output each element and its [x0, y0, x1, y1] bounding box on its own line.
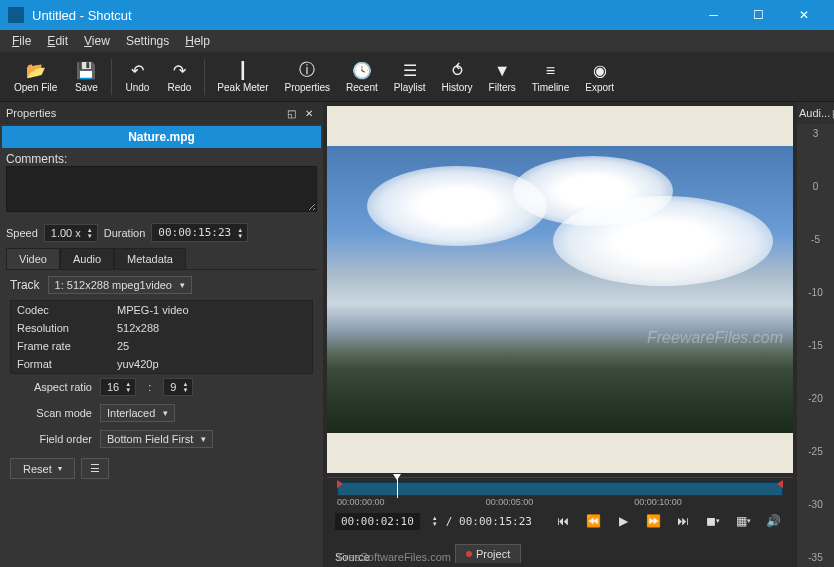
- zoom-button[interactable]: ◼▾: [701, 509, 725, 533]
- in-point-marker[interactable]: [337, 480, 343, 488]
- current-time[interactable]: 00:00:02:10: [335, 513, 420, 530]
- speed-label: Speed: [6, 227, 38, 239]
- list-icon: ☰: [403, 61, 417, 81]
- tab-audio[interactable]: Audio: [60, 248, 114, 269]
- properties-button[interactable]: ⓘProperties: [279, 59, 337, 95]
- undo-icon: ↶: [131, 61, 144, 81]
- video-frame: FreewareFiles.com: [327, 146, 793, 432]
- toolbar: 📂Open File 💾Save ↶Undo ↷Redo ┃Peak Meter…: [0, 52, 834, 102]
- field-order-select[interactable]: Bottom Field First: [100, 430, 213, 448]
- playlist-button[interactable]: ☰Playlist: [388, 59, 432, 95]
- open-file-button[interactable]: 📂Open File: [8, 59, 63, 95]
- undo-button[interactable]: ↶Undo: [118, 59, 156, 95]
- speed-value: 1.00 x: [51, 227, 81, 239]
- menu-file[interactable]: File: [4, 32, 39, 50]
- minimize-button[interactable]: ─: [691, 0, 736, 30]
- grid-button[interactable]: ▦▾: [731, 509, 755, 533]
- scan-mode-select[interactable]: Interlaced: [100, 404, 175, 422]
- zoom-icon: ◼: [706, 514, 716, 528]
- codec-value: MPEG-1 video: [117, 304, 306, 316]
- window-title: Untitled - Shotcut: [32, 8, 691, 23]
- rewind-button[interactable]: ⏪: [581, 509, 605, 533]
- titlebar: Untitled - Shotcut ─ ☐ ✕: [0, 0, 834, 30]
- audio-panel-title: Audi...: [799, 107, 830, 119]
- recent-button[interactable]: 🕓Recent: [340, 59, 384, 95]
- timeline-button[interactable]: ≡Timeline: [526, 59, 575, 95]
- play-button[interactable]: ▶: [611, 509, 635, 533]
- panel-float-button[interactable]: ◱: [283, 105, 299, 121]
- tab-metadata[interactable]: Metadata: [114, 248, 186, 269]
- video-info-table: CodecMPEG-1 video Resolution512x288 Fram…: [10, 300, 313, 374]
- menubar: File Edit View Settings Help: [0, 30, 834, 52]
- peak-meter-icon: ┃: [238, 61, 248, 81]
- center-area: FreewareFiles.com 00:00:00:00 00:00:05:0…: [323, 102, 834, 567]
- time-spinner[interactable]: ▲▼: [430, 515, 440, 527]
- chevron-down-icon: ▾: [716, 517, 720, 525]
- timeline-ruler[interactable]: 00:00:00:00 00:00:05:00 00:00:10:00: [327, 477, 793, 507]
- audio-peak-panel: Audi... ◱ ✕ 3 0 -5 -10 -15 -20 -25 -30 -…: [797, 102, 834, 567]
- track-select[interactable]: 1: 512x288 mpeg1video: [48, 276, 192, 294]
- player-panel: FreewareFiles.com 00:00:00:00 00:00:05:0…: [323, 102, 797, 567]
- menu-file-label: ile: [19, 34, 31, 48]
- filters-button[interactable]: ▼Filters: [483, 59, 522, 95]
- tab-video[interactable]: Video: [6, 248, 60, 269]
- fast-forward-icon: ⏩: [646, 514, 661, 528]
- chevron-down-icon: ▾: [747, 517, 751, 525]
- speed-input[interactable]: 1.00 x ▲▼: [44, 224, 98, 242]
- scan-mode-label: Scan mode: [10, 407, 92, 419]
- menu-button[interactable]: ☰: [81, 458, 109, 479]
- menu-view[interactable]: View: [76, 32, 118, 50]
- properties-panel-header: Properties ◱ ✕: [0, 102, 323, 124]
- watermark-2: FreeSoftwareFiles.com: [338, 551, 451, 563]
- aspect-w-input[interactable]: 16▲▼: [100, 378, 136, 396]
- info-icon: ⓘ: [299, 61, 315, 81]
- save-button[interactable]: 💾Save: [67, 59, 105, 95]
- duration-value: 00:00:15:23: [158, 226, 231, 239]
- audio-scale: 3 0 -5 -10 -15 -20 -25 -30 -35: [797, 124, 834, 567]
- timeline-icon: ≡: [546, 61, 555, 81]
- skip-previous-button[interactable]: ⏮: [551, 509, 575, 533]
- menu-edit[interactable]: Edit: [39, 32, 76, 50]
- history-icon: ⥀: [452, 61, 463, 81]
- reset-button[interactable]: Reset: [10, 458, 75, 479]
- menu-help[interactable]: Help: [177, 32, 218, 50]
- menu-edit-label: dit: [55, 34, 68, 48]
- codec-label: Codec: [17, 304, 117, 316]
- project-tab[interactable]: Project: [455, 544, 521, 563]
- video-preview[interactable]: FreewareFiles.com: [327, 106, 793, 473]
- menu-settings[interactable]: Settings: [118, 32, 177, 50]
- clock-icon: 🕓: [352, 61, 372, 81]
- redo-button[interactable]: ↷Redo: [160, 59, 198, 95]
- peak-meter-button[interactable]: ┃Peak Meter: [211, 59, 274, 95]
- maximize-button[interactable]: ☐: [736, 0, 781, 30]
- ruler-track: [337, 482, 783, 496]
- grid-icon: ▦: [736, 514, 747, 528]
- volume-icon: 🔊: [766, 514, 781, 528]
- export-button[interactable]: ◉Export: [579, 59, 620, 95]
- fast-forward-button[interactable]: ⏩: [641, 509, 665, 533]
- comments-input[interactable]: [6, 166, 317, 212]
- properties-panel: Properties ◱ ✕ Nature.mpg Comments: Spee…: [0, 102, 323, 567]
- properties-panel-title: Properties: [6, 107, 56, 119]
- close-button[interactable]: ✕: [781, 0, 826, 30]
- skip-next-icon: ⏭: [677, 514, 689, 528]
- duration-spinner[interactable]: ▲▼: [235, 227, 245, 239]
- playhead[interactable]: [397, 478, 398, 498]
- history-button[interactable]: ⥀History: [435, 59, 478, 95]
- hamburger-icon: ☰: [90, 462, 100, 475]
- volume-button[interactable]: 🔊: [761, 509, 785, 533]
- duration-label: Duration: [104, 227, 146, 239]
- skip-next-button[interactable]: ⏭: [671, 509, 695, 533]
- watermark: FreewareFiles.com: [647, 329, 783, 347]
- format-value: yuv420p: [117, 358, 306, 370]
- speed-spinner[interactable]: ▲▼: [85, 227, 95, 239]
- aspect-h-input[interactable]: 9▲▼: [163, 378, 193, 396]
- panel-close-button[interactable]: ✕: [301, 105, 317, 121]
- frame-rate-label: Frame rate: [17, 340, 117, 352]
- out-point-marker[interactable]: [777, 480, 783, 488]
- duration-input[interactable]: 00:00:15:23 ▲▼: [151, 223, 248, 242]
- redo-icon: ↷: [173, 61, 186, 81]
- record-dot-icon: [466, 551, 472, 557]
- save-icon: 💾: [76, 61, 96, 81]
- speed-duration-row: Speed 1.00 x ▲▼ Duration 00:00:15:23 ▲▼: [0, 217, 323, 248]
